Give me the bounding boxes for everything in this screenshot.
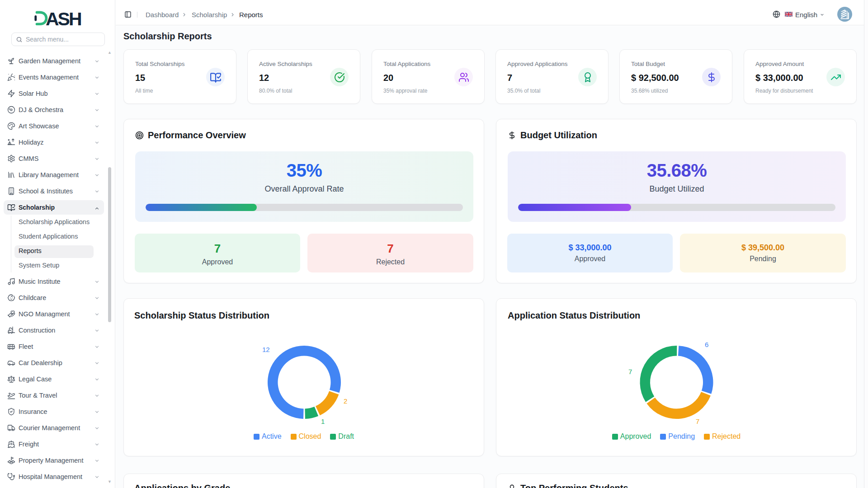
svg-text:ASH: ASH xyxy=(46,11,81,29)
